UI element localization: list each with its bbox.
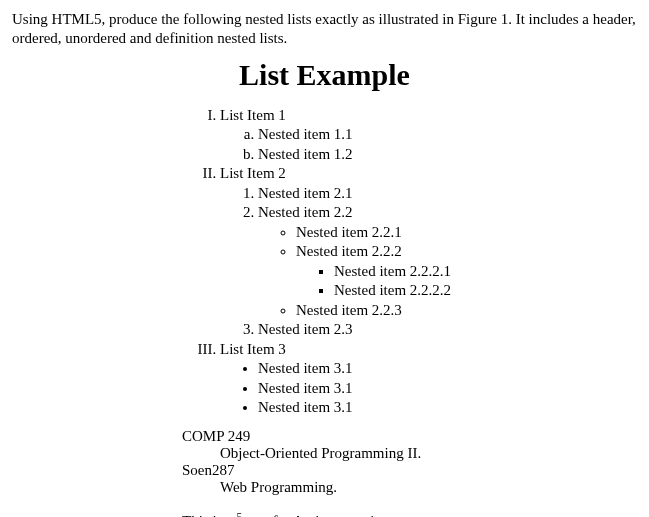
list-item: Nested item 2.2.3 bbox=[296, 301, 637, 321]
intro-text: Using HTML5, produce the following neste… bbox=[12, 10, 637, 48]
page-heading: List Example bbox=[12, 58, 637, 92]
note-text: This is a 5test9 for Assignment 1. bbox=[182, 510, 637, 518]
note-part: test bbox=[242, 513, 263, 518]
list-item: List Item 1 Nested item 1.1 Nested item … bbox=[220, 106, 637, 165]
definition-desc: Web Programming. bbox=[220, 479, 637, 496]
nested-list-square: Nested item 2.2.2.1 Nested item 2.2.2.2 bbox=[296, 262, 637, 301]
list-item: Nested item 3.1 bbox=[258, 398, 637, 418]
definition-list: COMP 249 Object-Oriented Programming II.… bbox=[182, 428, 637, 496]
list-item: Nested item 2.1 bbox=[258, 184, 637, 204]
definition-term: Soen287 bbox=[182, 462, 637, 479]
list-item: Nested item 2.3 bbox=[258, 320, 637, 340]
definition-term: COMP 249 bbox=[182, 428, 637, 445]
note-part: for Assignment 1. bbox=[269, 513, 380, 518]
list-label: List Item 1 bbox=[220, 107, 286, 123]
note-part: This is a bbox=[182, 513, 237, 518]
list-label: List Item 3 bbox=[220, 341, 286, 357]
list-item: Nested item 1.2 bbox=[258, 145, 637, 165]
nested-list-disc: Nested item 3.1 Nested item 3.1 Nested i… bbox=[220, 359, 637, 418]
list-item: Nested item 1.1 bbox=[258, 125, 637, 145]
definition-desc: Object-Oriented Programming II. bbox=[220, 445, 637, 462]
list-item: List Item 2 Nested item 2.1 Nested item … bbox=[220, 164, 637, 340]
nested-list-decimal: Nested item 2.1 Nested item 2.2 Nested i… bbox=[220, 184, 637, 340]
list-item: Nested item 2.2.1 bbox=[296, 223, 637, 243]
list-label: List Item 2 bbox=[220, 165, 286, 181]
list-item: Nested item 2.2.2.2 bbox=[334, 281, 637, 301]
list-item: Nested item 3.1 bbox=[258, 379, 637, 399]
list-item: Nested item 2.2.2 Nested item 2.2.2.1 Ne… bbox=[296, 242, 637, 301]
list-item: Nested item 2.2 Nested item 2.2.1 Nested… bbox=[258, 203, 637, 320]
list-item: List Item 3 Nested item 3.1 Nested item … bbox=[220, 340, 637, 418]
list-label: Nested item 2.2.2 bbox=[296, 243, 402, 259]
nested-list-circle: Nested item 2.2.1 Nested item 2.2.2 Nest… bbox=[258, 223, 637, 321]
nested-list-alpha: Nested item 1.1 Nested item 1.2 bbox=[220, 125, 637, 164]
list-item: Nested item 2.2.2.1 bbox=[334, 262, 637, 282]
list-item: Nested item 3.1 bbox=[258, 359, 637, 379]
list-label: Nested item 2.2 bbox=[258, 204, 353, 220]
figure-content: List Item 1 Nested item 1.1 Nested item … bbox=[182, 106, 637, 518]
top-ordered-list: List Item 1 Nested item 1.1 Nested item … bbox=[182, 106, 637, 418]
